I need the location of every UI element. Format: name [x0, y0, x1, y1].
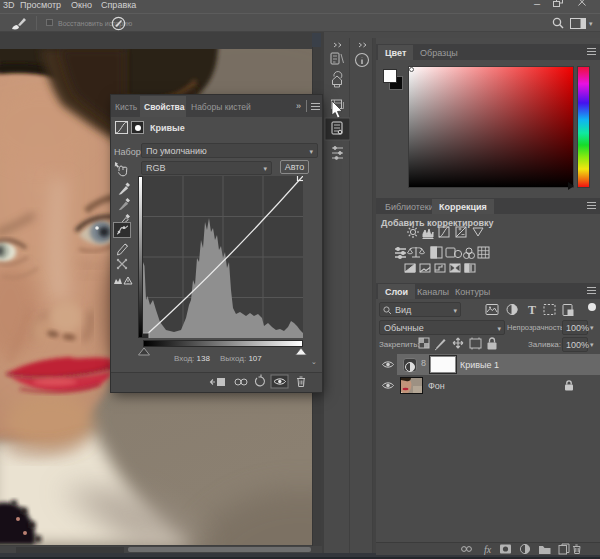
svg-text:fx: fx: [484, 544, 492, 555]
svg-text:T: T: [528, 303, 536, 317]
